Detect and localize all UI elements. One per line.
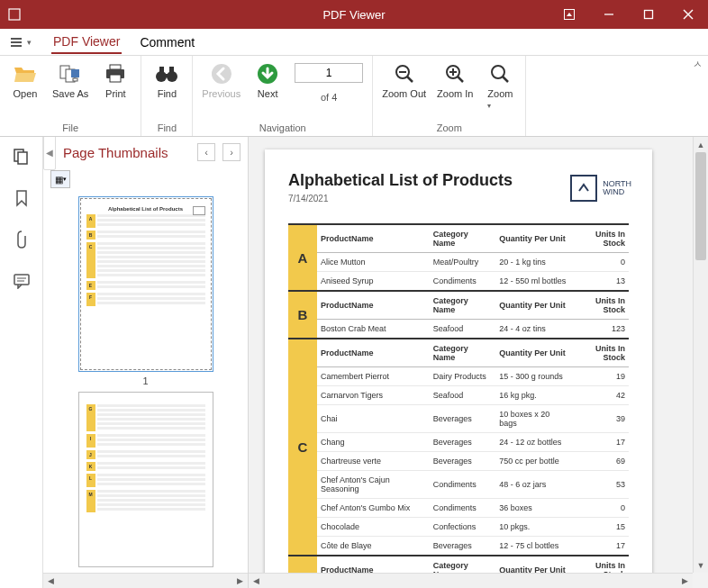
- svg-rect-11: [71, 69, 79, 77]
- table-row: Côte de BlayeBeverages12 - 75 cl bottles…: [288, 537, 629, 556]
- zoom-dropdown-button[interactable]: Zoom▾: [480, 59, 520, 121]
- scroll-left-icon[interactable]: ◀: [43, 574, 59, 588]
- svg-line-31: [503, 77, 508, 82]
- svg-rect-7: [11, 41, 22, 43]
- table-row: ChangBeverages24 - 12 oz bottles17: [288, 433, 629, 452]
- scroll-left-icon[interactable]: ◀: [249, 574, 264, 588]
- table-row: Alice MuttonMeat/Poultry20 - 1 kg tins0: [288, 253, 629, 272]
- table-row: Chartreuse verteBeverages750 cc per bott…: [288, 452, 629, 471]
- close-button[interactable]: [668, 0, 708, 29]
- comments-tab[interactable]: [9, 268, 34, 294]
- thumbnail-page-2[interactable]: GIJKLM 2: [68, 392, 222, 573]
- viewer-vscrollbar[interactable]: ▲ ▼: [693, 137, 708, 573]
- svg-rect-18: [164, 74, 169, 77]
- chevron-down-icon: ▾: [487, 102, 491, 110]
- group-zoom-label: Zoom: [373, 121, 525, 136]
- group-find-label: Find: [141, 121, 192, 136]
- table-row: Carnarvon TigersSeafood16 kg pkg.42: [288, 386, 629, 405]
- page-total-label: of 4: [321, 92, 337, 103]
- group-navigation-label: Navigation: [193, 121, 372, 136]
- thumbnail-page-1[interactable]: Alphabetical List of Products ABCEF 1: [68, 196, 222, 386]
- open-button[interactable]: Open: [5, 59, 45, 121]
- scroll-right-icon[interactable]: ▶: [677, 574, 693, 588]
- tab-comment[interactable]: Comment: [138, 32, 196, 53]
- svg-rect-8: [11, 45, 22, 47]
- folder-open-icon: [13, 61, 38, 86]
- table-row: Chef Anton's Cajun SeasoningCondiments48…: [288, 471, 629, 499]
- titlebar: PDF Viewer: [0, 0, 708, 29]
- brand-logo: NORTHWIND: [570, 175, 631, 202]
- table-row: Camembert PierrotDairy Products15 - 300 …: [288, 367, 629, 386]
- svg-rect-13: [110, 65, 121, 69]
- save-as-icon: [58, 61, 83, 86]
- ribbon: ㅅ Open Save As Print File Find Find: [0, 56, 708, 137]
- svg-rect-15: [110, 75, 121, 82]
- thumbnails-panel: ◀ Page Thumbnails ‹ › ▦ ▾ Alphabetical L…: [43, 137, 249, 588]
- zoom-in-button[interactable]: Zoom In: [433, 59, 477, 121]
- attachments-tab[interactable]: [9, 227, 34, 252]
- menubar: ▾ PDF Viewer Comment: [0, 29, 708, 56]
- previous-page-button[interactable]: Previous: [198, 59, 244, 121]
- table-row: ChocoladeConfections10 pkgs.15: [288, 518, 629, 537]
- ribbon-collapse-button[interactable]: ㅅ: [693, 58, 703, 71]
- panel-title: Page Thumbnails: [63, 145, 190, 160]
- panel-collapse-button[interactable]: ◀: [43, 134, 56, 170]
- thumbnail-list[interactable]: Alphabetical List of Products ABCEF 1 GI…: [43, 191, 248, 573]
- thumbnails-tab[interactable]: [9, 144, 34, 169]
- svg-rect-33: [18, 152, 27, 164]
- products-table: AProductNameCategory NameQuantity Per Un…: [288, 223, 629, 573]
- svg-rect-3: [645, 11, 653, 19]
- zoom-out-button[interactable]: Zoom Out: [378, 59, 430, 121]
- svg-line-27: [458, 77, 463, 82]
- tab-pdf-viewer[interactable]: PDF Viewer: [51, 31, 122, 54]
- find-button[interactable]: Find: [147, 59, 186, 121]
- print-button[interactable]: Print: [95, 59, 135, 121]
- bookmarks-tab[interactable]: [9, 185, 34, 211]
- zoom-in-icon: [442, 61, 467, 86]
- svg-point-30: [492, 66, 504, 78]
- ribbon-display-button[interactable]: [549, 0, 589, 29]
- viewer-hscrollbar[interactable]: ◀ ▶: [249, 573, 693, 588]
- table-row: ChaiBeverages10 boxes x 20 bags39: [288, 405, 629, 433]
- maximize-button[interactable]: [629, 0, 668, 29]
- thumb-prev-button[interactable]: ‹: [197, 143, 215, 161]
- file-menu-button[interactable]: ▾: [5, 33, 35, 51]
- table-row: Aniseed SyrupCondiments12 - 550 ml bottl…: [288, 272, 629, 292]
- zoom-out-icon: [392, 61, 417, 86]
- svg-rect-19: [159, 67, 164, 72]
- next-page-button[interactable]: Next: [248, 59, 287, 121]
- scroll-right-icon[interactable]: ▶: [232, 574, 248, 588]
- arrow-down-icon: [255, 61, 280, 86]
- svg-rect-34: [14, 275, 29, 285]
- viewer-viewport[interactable]: Alphabetical List of Products 7/14/2021 …: [249, 137, 693, 573]
- group-file-label: File: [0, 121, 141, 136]
- svg-rect-6: [11, 38, 22, 40]
- binoculars-icon: [154, 61, 179, 86]
- svg-rect-0: [9, 9, 20, 20]
- document-page: Alphabetical List of Products 7/14/2021 …: [265, 149, 652, 573]
- save-as-button[interactable]: Save As: [49, 59, 92, 121]
- thumbnail-view-options[interactable]: ▦ ▾: [50, 170, 70, 188]
- table-row: Boston Crab MeatSeafood24 - 4 oz tins123: [288, 320, 629, 339]
- printer-icon: [103, 61, 128, 86]
- thumbnails-hscrollbar[interactable]: ◀ ▶: [43, 573, 248, 588]
- table-row: Chef Anton's Gumbo MixCondiments36 boxes…: [288, 499, 629, 518]
- document-viewer: Alphabetical List of Products 7/14/2021 …: [249, 137, 708, 588]
- side-tabs: [0, 137, 43, 588]
- magnifier-icon: [487, 61, 513, 86]
- arrow-left-icon: [209, 61, 234, 86]
- svg-rect-12: [73, 78, 77, 81]
- svg-line-24: [407, 77, 413, 82]
- scroll-thumb[interactable]: [695, 152, 706, 260]
- svg-point-21: [212, 64, 231, 84]
- app-icon: [0, 8, 29, 21]
- minimize-button[interactable]: [589, 0, 629, 29]
- scroll-down-icon[interactable]: ▼: [694, 557, 708, 573]
- scroll-up-icon[interactable]: ▲: [694, 137, 708, 152]
- page-number-input[interactable]: [295, 63, 363, 83]
- thumb-next-button[interactable]: ›: [222, 143, 241, 161]
- svg-rect-20: [169, 67, 174, 72]
